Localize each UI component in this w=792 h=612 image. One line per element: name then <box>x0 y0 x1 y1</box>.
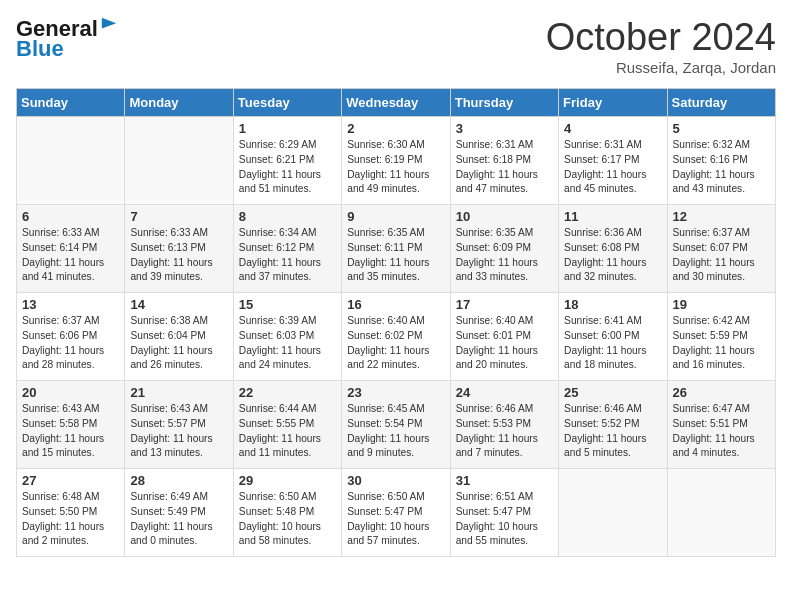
day-info: Sunrise: 6:45 AM Sunset: 5:54 PM Dayligh… <box>347 402 444 461</box>
day-number: 19 <box>673 297 770 312</box>
day-cell: 28Sunrise: 6:49 AM Sunset: 5:49 PM Dayli… <box>125 469 233 557</box>
day-number: 8 <box>239 209 336 224</box>
day-cell: 11Sunrise: 6:36 AM Sunset: 6:08 PM Dayli… <box>559 205 667 293</box>
header-row: SundayMondayTuesdayWednesdayThursdayFrid… <box>17 89 776 117</box>
day-cell: 27Sunrise: 6:48 AM Sunset: 5:50 PM Dayli… <box>17 469 125 557</box>
day-cell: 10Sunrise: 6:35 AM Sunset: 6:09 PM Dayli… <box>450 205 558 293</box>
day-info: Sunrise: 6:48 AM Sunset: 5:50 PM Dayligh… <box>22 490 119 549</box>
col-header-friday: Friday <box>559 89 667 117</box>
day-cell: 16Sunrise: 6:40 AM Sunset: 6:02 PM Dayli… <box>342 293 450 381</box>
day-cell: 13Sunrise: 6:37 AM Sunset: 6:06 PM Dayli… <box>17 293 125 381</box>
day-cell: 3Sunrise: 6:31 AM Sunset: 6:18 PM Daylig… <box>450 117 558 205</box>
day-cell <box>559 469 667 557</box>
location-text: Russeifa, Zarqa, Jordan <box>546 59 776 76</box>
page-header: General Blue October 2024 Russeifa, Zarq… <box>16 16 776 76</box>
day-info: Sunrise: 6:31 AM Sunset: 6:18 PM Dayligh… <box>456 138 553 197</box>
week-row-2: 6Sunrise: 6:33 AM Sunset: 6:14 PM Daylig… <box>17 205 776 293</box>
day-number: 2 <box>347 121 444 136</box>
day-number: 11 <box>564 209 661 224</box>
day-cell: 14Sunrise: 6:38 AM Sunset: 6:04 PM Dayli… <box>125 293 233 381</box>
day-info: Sunrise: 6:50 AM Sunset: 5:47 PM Dayligh… <box>347 490 444 549</box>
day-info: Sunrise: 6:50 AM Sunset: 5:48 PM Dayligh… <box>239 490 336 549</box>
day-info: Sunrise: 6:46 AM Sunset: 5:52 PM Dayligh… <box>564 402 661 461</box>
day-info: Sunrise: 6:29 AM Sunset: 6:21 PM Dayligh… <box>239 138 336 197</box>
day-cell: 17Sunrise: 6:40 AM Sunset: 6:01 PM Dayli… <box>450 293 558 381</box>
day-cell: 31Sunrise: 6:51 AM Sunset: 5:47 PM Dayli… <box>450 469 558 557</box>
day-number: 1 <box>239 121 336 136</box>
day-info: Sunrise: 6:33 AM Sunset: 6:13 PM Dayligh… <box>130 226 227 285</box>
day-cell <box>125 117 233 205</box>
day-number: 9 <box>347 209 444 224</box>
day-info: Sunrise: 6:46 AM Sunset: 5:53 PM Dayligh… <box>456 402 553 461</box>
day-info: Sunrise: 6:39 AM Sunset: 6:03 PM Dayligh… <box>239 314 336 373</box>
col-header-saturday: Saturday <box>667 89 775 117</box>
logo-blue-text: Blue <box>16 36 64 61</box>
col-header-tuesday: Tuesday <box>233 89 341 117</box>
day-info: Sunrise: 6:34 AM Sunset: 6:12 PM Dayligh… <box>239 226 336 285</box>
day-cell: 21Sunrise: 6:43 AM Sunset: 5:57 PM Dayli… <box>125 381 233 469</box>
col-header-thursday: Thursday <box>450 89 558 117</box>
day-info: Sunrise: 6:30 AM Sunset: 6:19 PM Dayligh… <box>347 138 444 197</box>
day-cell: 26Sunrise: 6:47 AM Sunset: 5:51 PM Dayli… <box>667 381 775 469</box>
day-info: Sunrise: 6:41 AM Sunset: 6:00 PM Dayligh… <box>564 314 661 373</box>
week-row-3: 13Sunrise: 6:37 AM Sunset: 6:06 PM Dayli… <box>17 293 776 381</box>
day-info: Sunrise: 6:37 AM Sunset: 6:06 PM Dayligh… <box>22 314 119 373</box>
day-cell: 8Sunrise: 6:34 AM Sunset: 6:12 PM Daylig… <box>233 205 341 293</box>
day-number: 28 <box>130 473 227 488</box>
day-info: Sunrise: 6:36 AM Sunset: 6:08 PM Dayligh… <box>564 226 661 285</box>
day-number: 26 <box>673 385 770 400</box>
week-row-4: 20Sunrise: 6:43 AM Sunset: 5:58 PM Dayli… <box>17 381 776 469</box>
day-info: Sunrise: 6:33 AM Sunset: 6:14 PM Dayligh… <box>22 226 119 285</box>
day-number: 16 <box>347 297 444 312</box>
day-number: 30 <box>347 473 444 488</box>
day-cell: 24Sunrise: 6:46 AM Sunset: 5:53 PM Dayli… <box>450 381 558 469</box>
calendar-table: SundayMondayTuesdayWednesdayThursdayFrid… <box>16 88 776 557</box>
day-info: Sunrise: 6:40 AM Sunset: 6:01 PM Dayligh… <box>456 314 553 373</box>
svg-marker-0 <box>102 18 116 29</box>
day-number: 4 <box>564 121 661 136</box>
day-info: Sunrise: 6:35 AM Sunset: 6:09 PM Dayligh… <box>456 226 553 285</box>
col-header-sunday: Sunday <box>17 89 125 117</box>
col-header-monday: Monday <box>125 89 233 117</box>
day-cell: 22Sunrise: 6:44 AM Sunset: 5:55 PM Dayli… <box>233 381 341 469</box>
month-title: October 2024 <box>546 16 776 59</box>
day-info: Sunrise: 6:47 AM Sunset: 5:51 PM Dayligh… <box>673 402 770 461</box>
day-number: 14 <box>130 297 227 312</box>
day-number: 27 <box>22 473 119 488</box>
day-info: Sunrise: 6:32 AM Sunset: 6:16 PM Dayligh… <box>673 138 770 197</box>
logo-flag-icon <box>100 16 118 34</box>
day-number: 6 <box>22 209 119 224</box>
day-info: Sunrise: 6:42 AM Sunset: 5:59 PM Dayligh… <box>673 314 770 373</box>
day-info: Sunrise: 6:38 AM Sunset: 6:04 PM Dayligh… <box>130 314 227 373</box>
day-cell <box>667 469 775 557</box>
day-cell: 18Sunrise: 6:41 AM Sunset: 6:00 PM Dayli… <box>559 293 667 381</box>
day-cell: 25Sunrise: 6:46 AM Sunset: 5:52 PM Dayli… <box>559 381 667 469</box>
day-cell: 2Sunrise: 6:30 AM Sunset: 6:19 PM Daylig… <box>342 117 450 205</box>
day-number: 17 <box>456 297 553 312</box>
day-number: 29 <box>239 473 336 488</box>
day-cell: 4Sunrise: 6:31 AM Sunset: 6:17 PM Daylig… <box>559 117 667 205</box>
day-info: Sunrise: 6:31 AM Sunset: 6:17 PM Dayligh… <box>564 138 661 197</box>
day-info: Sunrise: 6:44 AM Sunset: 5:55 PM Dayligh… <box>239 402 336 461</box>
day-cell: 12Sunrise: 6:37 AM Sunset: 6:07 PM Dayli… <box>667 205 775 293</box>
day-number: 15 <box>239 297 336 312</box>
day-cell: 1Sunrise: 6:29 AM Sunset: 6:21 PM Daylig… <box>233 117 341 205</box>
week-row-1: 1Sunrise: 6:29 AM Sunset: 6:21 PM Daylig… <box>17 117 776 205</box>
day-info: Sunrise: 6:49 AM Sunset: 5:49 PM Dayligh… <box>130 490 227 549</box>
col-header-wednesday: Wednesday <box>342 89 450 117</box>
title-block: October 2024 Russeifa, Zarqa, Jordan <box>546 16 776 76</box>
day-cell: 20Sunrise: 6:43 AM Sunset: 5:58 PM Dayli… <box>17 381 125 469</box>
day-info: Sunrise: 6:40 AM Sunset: 6:02 PM Dayligh… <box>347 314 444 373</box>
day-cell <box>17 117 125 205</box>
day-number: 21 <box>130 385 227 400</box>
day-number: 12 <box>673 209 770 224</box>
day-number: 25 <box>564 385 661 400</box>
day-number: 31 <box>456 473 553 488</box>
day-number: 20 <box>22 385 119 400</box>
day-cell: 19Sunrise: 6:42 AM Sunset: 5:59 PM Dayli… <box>667 293 775 381</box>
day-cell: 23Sunrise: 6:45 AM Sunset: 5:54 PM Dayli… <box>342 381 450 469</box>
day-cell: 7Sunrise: 6:33 AM Sunset: 6:13 PM Daylig… <box>125 205 233 293</box>
day-cell: 6Sunrise: 6:33 AM Sunset: 6:14 PM Daylig… <box>17 205 125 293</box>
day-cell: 5Sunrise: 6:32 AM Sunset: 6:16 PM Daylig… <box>667 117 775 205</box>
day-number: 5 <box>673 121 770 136</box>
